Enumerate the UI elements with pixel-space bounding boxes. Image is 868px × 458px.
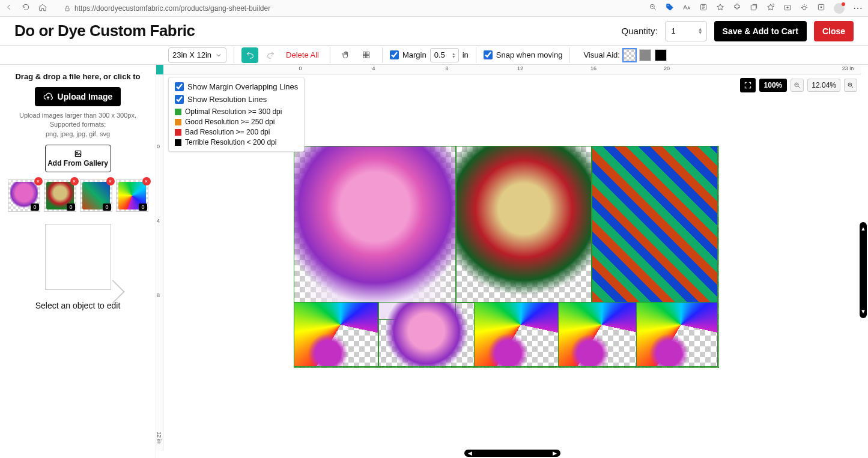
placed-image[interactable]	[475, 303, 559, 366]
thumbnail[interactable]: ×0	[80, 179, 112, 212]
legend-item: Bad Resolution >= 200 dpi	[175, 128, 298, 136]
text-size-icon[interactable]	[682, 3, 691, 13]
more-icon[interactable]: ⋯	[853, 2, 863, 14]
favorites-icon[interactable]	[766, 3, 775, 13]
scroll-left-icon[interactable]: ◀	[468, 450, 472, 456]
upload-image-button[interactable]: Upload Image	[35, 87, 121, 106]
thumbnail[interactable]: ×0	[116, 179, 148, 212]
margin-checkbox[interactable]: Margin	[390, 50, 426, 59]
visual-aid-gray-swatch[interactable]	[639, 49, 651, 61]
scroll-down-icon[interactable]: ▼	[861, 309, 866, 315]
performance-icon[interactable]	[800, 3, 809, 13]
collections-icon[interactable]	[783, 3, 792, 13]
quantity-label: Quantity:	[622, 26, 658, 36]
undo-button[interactable]	[241, 47, 258, 63]
zoom-controls: 100% 12.04%	[740, 78, 857, 92]
selection-preview	[45, 224, 111, 290]
visual-aid-checker-swatch[interactable]	[624, 49, 636, 61]
scroll-up-icon[interactable]: ▲	[861, 226, 866, 232]
snap-check-input[interactable]	[484, 50, 493, 59]
margin-label: Margin	[402, 50, 426, 59]
ruler-h-unit: 23 in	[842, 65, 854, 71]
zoom-icon[interactable]	[649, 3, 657, 13]
sidebar: Drag & drop a file here, or click to Upl…	[0, 65, 156, 458]
toolbar: 23in X 12in Delete All Margin 0.5 ▲▼ in …	[0, 46, 868, 65]
horizontal-scrollbar[interactable]: ◀▶	[464, 450, 560, 457]
resolution-lines-checkbox[interactable]: Show Resolution Lines	[175, 95, 298, 104]
upload-image-label: Upload Image	[58, 92, 113, 101]
horizontal-ruler: 0 4 8 12 16 20 23 in	[156, 65, 861, 74]
vertical-scrollbar[interactable]: ▲▼	[860, 222, 867, 318]
save-add-to-cart-button[interactable]: Save & Add to Cart	[714, 21, 807, 41]
profile-avatar[interactable]	[834, 3, 845, 14]
home-icon[interactable]	[38, 3, 47, 13]
zoom-out-button[interactable]	[791, 79, 804, 92]
placed-image[interactable]	[378, 303, 475, 366]
downloads-icon[interactable]	[817, 3, 825, 13]
margin-unit: in	[463, 50, 469, 59]
svg-rect-4	[751, 5, 756, 10]
refresh-icon[interactable]	[22, 3, 30, 13]
zoom-value[interactable]: 12.04%	[807, 79, 840, 92]
thumbnail-delete-icon[interactable]: ×	[70, 177, 79, 185]
tabs-icon[interactable]	[750, 3, 758, 13]
margin-value-input[interactable]: 0.5 ▲▼	[430, 48, 459, 62]
lock-icon	[64, 5, 71, 12]
quantity-input[interactable]: 1 ▲▼	[665, 21, 707, 41]
browser-chrome: https://doordyecustomfabric.com/products…	[0, 0, 868, 17]
delete-all-button[interactable]: Delete All	[282, 50, 323, 59]
close-button[interactable]: Close	[814, 21, 854, 41]
thumbnail-delete-icon[interactable]: ×	[106, 177, 115, 185]
upload-format-hint: Upload images larger than 300 x 300px. S…	[7, 111, 148, 139]
margin-check-input[interactable]	[390, 50, 399, 59]
quantity-stepper[interactable]: ▲▼	[698, 28, 703, 35]
snap-label: Snap when moving	[496, 50, 563, 59]
thumbnail-count: 0	[103, 203, 111, 211]
margin-value: 0.5	[434, 50, 445, 59]
placed-image[interactable]	[592, 146, 717, 303]
quantity-value: 1	[672, 26, 676, 35]
sheet-size-label: 23in X 12in	[172, 50, 211, 59]
uploaded-thumbnails: ×0 ×0 ×0 ×0	[7, 179, 148, 212]
visual-aid-black-swatch[interactable]	[655, 49, 667, 61]
margin-stepper[interactable]: ▲▼	[452, 52, 456, 58]
thumbnail[interactable]: ×0	[8, 179, 40, 212]
svg-point-6	[803, 6, 806, 10]
url-text: https://doordyecustomfabric.com/products…	[74, 4, 270, 13]
back-icon[interactable]	[5, 3, 13, 13]
scroll-right-icon[interactable]: ▶	[553, 450, 557, 456]
svg-point-10	[76, 152, 77, 154]
fit-screen-button[interactable]	[740, 78, 756, 92]
star-icon[interactable]	[716, 3, 724, 13]
redo-button[interactable]	[262, 47, 279, 63]
thumbnail[interactable]: ×0	[44, 179, 76, 212]
snap-checkbox[interactable]: Snap when moving	[484, 50, 563, 59]
selection-hint: Select an object to edit	[7, 301, 148, 310]
chevron-down-icon	[215, 52, 222, 59]
brand-title: Do or Dye Custom Fabric	[14, 22, 195, 40]
zoom-in-button[interactable]	[844, 79, 857, 92]
placed-image[interactable]	[559, 303, 637, 366]
margin-overlap-checkbox[interactable]: Show Margin Overlapping Lines	[175, 82, 298, 91]
tag-icon[interactable]	[666, 3, 674, 13]
gang-sheet[interactable]	[294, 146, 718, 367]
add-from-gallery-button[interactable]: Add From Gallery	[45, 145, 111, 172]
thumbnail-delete-icon[interactable]: ×	[34, 177, 43, 185]
address-bar[interactable]: https://doordyecustomfabric.com/products…	[59, 2, 642, 14]
extensions-icon[interactable]	[733, 3, 741, 13]
placed-image[interactable]	[637, 303, 717, 366]
zoom-100-button[interactable]: 100%	[759, 79, 788, 92]
grid-tool-button[interactable]	[358, 47, 375, 63]
legend-item: Optimal Resolution >= 300 dpi	[175, 107, 298, 116]
sheet-size-select[interactable]: 23in X 12in	[168, 47, 226, 63]
placed-image[interactable]	[294, 303, 378, 366]
thumbnail-delete-icon[interactable]: ×	[142, 177, 151, 185]
dropzone-hint[interactable]: Drag & drop a file here, or click to	[7, 72, 148, 81]
placed-image[interactable]	[457, 146, 591, 303]
canvas-options-panel: Show Margin Overlapping Lines Show Resol…	[168, 77, 305, 152]
hand-tool-button[interactable]	[338, 47, 354, 63]
visual-aid-label: Visual Aid:	[583, 50, 619, 59]
placed-image[interactable]	[294, 146, 455, 319]
canvas-area[interactable]: 0 4 8 12 16 20 23 in 0 4 8 12 in Show Ma…	[156, 65, 868, 458]
reader-icon[interactable]	[699, 3, 708, 13]
